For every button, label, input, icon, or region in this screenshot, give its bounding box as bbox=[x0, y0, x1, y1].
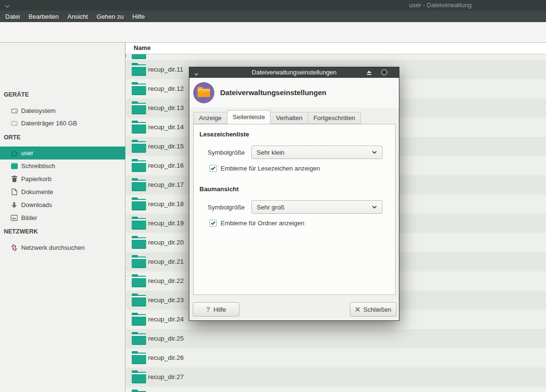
menu-ansicht[interactable]: Ansicht bbox=[67, 13, 88, 20]
folder-icon bbox=[132, 332, 146, 345]
download-arrow-icon bbox=[10, 201, 18, 209]
menu-hilfe[interactable]: Hilfe bbox=[132, 13, 145, 20]
file-manager-app-icon bbox=[193, 82, 214, 103]
file-row-partial[interactable] bbox=[126, 387, 546, 392]
chevron-down-icon bbox=[372, 205, 377, 209]
folder-icon bbox=[132, 313, 146, 326]
folder-icon bbox=[132, 178, 146, 191]
dialog-header-title: Dateiverwaltungseinstellungen bbox=[220, 88, 326, 97]
icon-size-label: Symbolgröße bbox=[208, 204, 245, 211]
bookmarks-emblems-checkrow: Embleme für Lesezeichen anzeigen bbox=[210, 165, 320, 172]
help-button[interactable]: ? Hilfe bbox=[193, 302, 239, 317]
network-icon bbox=[10, 244, 18, 252]
document-icon bbox=[10, 188, 18, 196]
folder-icon bbox=[132, 82, 146, 95]
folder-icon bbox=[132, 54, 146, 59]
folder-icon bbox=[132, 390, 146, 392]
file-row[interactable]: recup_dir.26 bbox=[126, 348, 546, 368]
column-header-name[interactable]: Name bbox=[134, 44, 150, 51]
folder-icon bbox=[132, 197, 146, 210]
question-mark-icon: ? bbox=[206, 306, 211, 313]
folder-icon bbox=[132, 140, 146, 153]
sidebar: GERÄTE Dateisystem Datenträger 160 GB OR… bbox=[0, 43, 125, 392]
dialog-tabs: Anzeige Seitenleiste Verhalten Fortgesch… bbox=[193, 110, 360, 124]
drive-icon bbox=[10, 107, 18, 115]
trash-icon bbox=[10, 175, 18, 183]
tab-content-frame: Lesezeichenliste Symbolgröße Sehr klein … bbox=[193, 124, 396, 295]
home-icon bbox=[10, 149, 18, 157]
sidebar-item-pictures[interactable]: Bilder bbox=[0, 211, 125, 224]
file-row-partial[interactable] bbox=[126, 54, 546, 60]
folder-icon bbox=[132, 370, 146, 383]
folder-icon bbox=[198, 89, 210, 97]
settings-dialog: Dateiverwaltungseinstellungen Dateiverwa… bbox=[189, 67, 399, 321]
sidebar-item-home[interactable]: user bbox=[0, 147, 125, 159]
folder-icon bbox=[132, 351, 146, 364]
menubar: Datei Bearbeiten Ansicht Gehen zu Hilfe bbox=[0, 11, 546, 22]
chevron-down-icon bbox=[372, 150, 377, 154]
drive-icon bbox=[10, 119, 18, 127]
tree-icon-size-select[interactable]: Sehr groß bbox=[251, 200, 383, 214]
checkmark-icon bbox=[211, 166, 216, 171]
folder-icon bbox=[132, 101, 146, 114]
sidebar-item-trash[interactable]: Papierkorb bbox=[0, 172, 125, 185]
folder-icon bbox=[132, 121, 146, 134]
folder-icon bbox=[132, 255, 146, 268]
bookmarks-emblems-checkbox[interactable] bbox=[210, 165, 217, 172]
window-menu-chevron-icon[interactable] bbox=[4, 2, 10, 10]
sidebar-heading-places: ORTE bbox=[4, 134, 21, 141]
dialog-header: Dateiverwaltungseinstellungen bbox=[189, 78, 399, 108]
file-row[interactable]: recup_dir.25 bbox=[126, 329, 546, 348]
toolbar: /home/user/ bbox=[0, 22, 546, 43]
sidebar-item-volume[interactable]: Datenträger 160 GB bbox=[0, 117, 125, 130]
file-row[interactable]: recup_dir.27 bbox=[126, 368, 546, 387]
eject-icon bbox=[366, 70, 372, 75]
list-header: Name bbox=[126, 43, 546, 54]
folder-icon bbox=[132, 63, 146, 76]
menu-gehen-zu[interactable]: Gehen zu bbox=[96, 13, 124, 20]
folder-icon bbox=[132, 236, 146, 249]
bookmarks-icon-size-select[interactable]: Sehr klein bbox=[251, 146, 383, 159]
section-heading-bookmarks: Lesezeichenliste bbox=[199, 131, 249, 138]
window-title: user - Dateiverwaltung bbox=[409, 1, 472, 9]
sidebar-item-downloads[interactable]: Downloads bbox=[0, 198, 125, 211]
window-titlebar: user - Dateiverwaltung bbox=[0, 0, 546, 11]
icon-size-label: Symbolgröße bbox=[208, 149, 245, 156]
folder-icon bbox=[132, 274, 146, 287]
shade-button[interactable] bbox=[366, 70, 372, 77]
x-icon bbox=[355, 307, 360, 312]
close-button[interactable] bbox=[381, 69, 387, 75]
folder-icon bbox=[132, 217, 146, 230]
tree-emblems-checkbox[interactable] bbox=[210, 220, 217, 227]
sidebar-item-documents[interactable]: Dokumente bbox=[0, 185, 125, 198]
tree-emblems-checkrow: Embleme für Ordner anzeigen bbox=[210, 220, 304, 227]
checkmark-icon bbox=[211, 221, 216, 225]
folder-icon bbox=[132, 159, 146, 172]
sidebar-item-desktop[interactable]: Schreibtisch bbox=[0, 159, 125, 172]
dialog-titlebar[interactable]: Dateiverwaltungseinstellungen bbox=[189, 67, 399, 78]
desktop-icon bbox=[10, 162, 18, 170]
sidebar-item-filesystem[interactable]: Dateisystem bbox=[0, 104, 125, 117]
sidebar-heading-network: NETZWERK bbox=[4, 228, 38, 235]
image-icon bbox=[10, 214, 18, 222]
menu-bearbeiten[interactable]: Bearbeiten bbox=[28, 13, 59, 20]
section-heading-tree: Baumansicht bbox=[199, 185, 239, 193]
sidebar-item-network-browse[interactable]: Netzwerk durchsuchen bbox=[0, 241, 125, 254]
tab-verhalten[interactable]: Verhalten bbox=[270, 112, 308, 124]
tab-anzeige[interactable]: Anzeige bbox=[193, 112, 227, 124]
folder-icon bbox=[132, 294, 146, 306]
tab-seitenleiste[interactable]: Seitenleiste bbox=[227, 110, 271, 124]
close-dialog-button[interactable]: Schließen bbox=[350, 302, 397, 317]
menu-datei[interactable]: Datei bbox=[5, 13, 20, 20]
tab-fortgeschritten[interactable]: Fortgeschritten bbox=[308, 112, 361, 124]
sidebar-heading-devices: GERÄTE bbox=[4, 91, 29, 98]
